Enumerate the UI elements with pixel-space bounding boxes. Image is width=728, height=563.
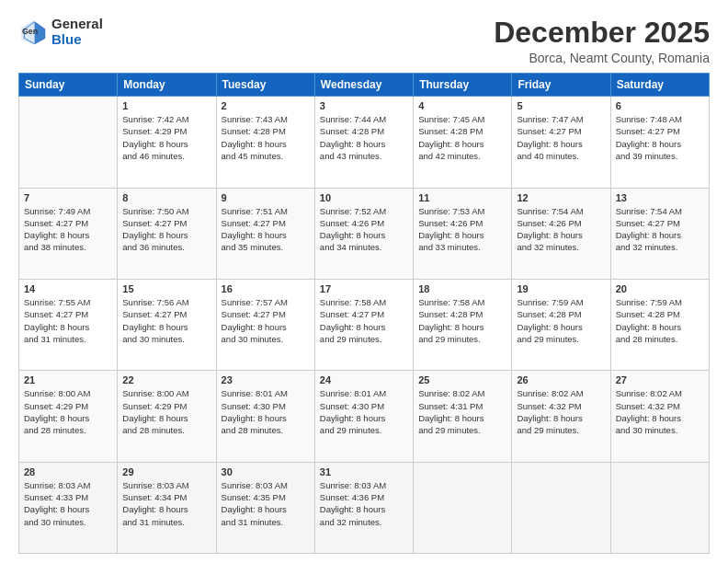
calendar-header-tuesday: Tuesday bbox=[216, 74, 314, 97]
day-info: Sunrise: 7:43 AM Sunset: 4:28 PM Dayligh… bbox=[222, 113, 310, 162]
calendar-table: SundayMondayTuesdayWednesdayThursdayFrid… bbox=[18, 73, 710, 554]
calendar-cell: 9Sunrise: 7:51 AM Sunset: 4:27 PM Daylig… bbox=[216, 188, 314, 279]
day-info: Sunrise: 8:01 AM Sunset: 4:30 PM Dayligh… bbox=[320, 387, 408, 436]
calendar-cell: 22Sunrise: 8:00 AM Sunset: 4:29 PM Dayli… bbox=[118, 371, 216, 462]
day-info: Sunrise: 7:54 AM Sunset: 4:26 PM Dayligh… bbox=[517, 205, 605, 254]
day-number: 10 bbox=[320, 192, 408, 203]
location-subtitle: Borca, Neamt County, Romania bbox=[494, 51, 710, 65]
day-info: Sunrise: 8:03 AM Sunset: 4:36 PM Dayligh… bbox=[320, 479, 408, 528]
day-info: Sunrise: 7:58 AM Sunset: 4:27 PM Dayligh… bbox=[320, 296, 408, 345]
day-number: 31 bbox=[320, 466, 408, 477]
day-number: 12 bbox=[517, 192, 605, 203]
day-number: 1 bbox=[122, 100, 210, 111]
day-info: Sunrise: 8:00 AM Sunset: 4:29 PM Dayligh… bbox=[24, 387, 112, 436]
calendar-cell: 18Sunrise: 7:58 AM Sunset: 4:28 PM Dayli… bbox=[414, 279, 512, 370]
calendar-cell: 11Sunrise: 7:53 AM Sunset: 4:26 PM Dayli… bbox=[414, 188, 512, 279]
calendar-cell: 6Sunrise: 7:48 AM Sunset: 4:27 PM Daylig… bbox=[610, 97, 709, 188]
logo-text: General Blue bbox=[51, 17, 103, 47]
calendar-cell: 14Sunrise: 7:55 AM Sunset: 4:27 PM Dayli… bbox=[19, 279, 118, 370]
title-block: December 2025 Borca, Neamt County, Roman… bbox=[494, 17, 710, 65]
day-info: Sunrise: 7:56 AM Sunset: 4:27 PM Dayligh… bbox=[122, 296, 210, 345]
calendar-cell: 24Sunrise: 8:01 AM Sunset: 4:30 PM Dayli… bbox=[314, 371, 413, 462]
logo-icon: Gen bbox=[18, 17, 48, 47]
day-number: 9 bbox=[222, 192, 310, 203]
calendar-week-row: 28Sunrise: 8:03 AM Sunset: 4:33 PM Dayli… bbox=[19, 462, 710, 553]
day-info: Sunrise: 8:02 AM Sunset: 4:32 PM Dayligh… bbox=[616, 387, 704, 436]
calendar-header-sunday: Sunday bbox=[19, 74, 118, 97]
day-info: Sunrise: 7:52 AM Sunset: 4:26 PM Dayligh… bbox=[320, 205, 408, 254]
day-info: Sunrise: 7:48 AM Sunset: 4:27 PM Dayligh… bbox=[616, 113, 704, 162]
calendar-header-monday: Monday bbox=[118, 74, 216, 97]
day-info: Sunrise: 8:02 AM Sunset: 4:31 PM Dayligh… bbox=[418, 387, 506, 436]
logo: Gen General Blue bbox=[18, 17, 103, 47]
day-info: Sunrise: 7:57 AM Sunset: 4:27 PM Dayligh… bbox=[222, 296, 310, 345]
day-info: Sunrise: 7:44 AM Sunset: 4:28 PM Dayligh… bbox=[320, 113, 408, 162]
day-info: Sunrise: 7:54 AM Sunset: 4:27 PM Dayligh… bbox=[616, 205, 704, 254]
day-info: Sunrise: 7:58 AM Sunset: 4:28 PM Dayligh… bbox=[418, 296, 506, 345]
day-number: 20 bbox=[616, 283, 704, 294]
calendar-cell: 15Sunrise: 7:56 AM Sunset: 4:27 PM Dayli… bbox=[118, 279, 216, 370]
calendar-week-row: 21Sunrise: 8:00 AM Sunset: 4:29 PM Dayli… bbox=[19, 371, 710, 462]
day-info: Sunrise: 7:50 AM Sunset: 4:27 PM Dayligh… bbox=[122, 205, 210, 254]
day-number: 28 bbox=[24, 466, 112, 477]
day-number: 24 bbox=[320, 374, 408, 385]
day-info: Sunrise: 7:51 AM Sunset: 4:27 PM Dayligh… bbox=[222, 205, 310, 254]
day-number: 6 bbox=[616, 100, 704, 111]
day-number: 25 bbox=[418, 374, 506, 385]
svg-text:Gen: Gen bbox=[22, 27, 38, 36]
day-number: 13 bbox=[616, 192, 704, 203]
day-info: Sunrise: 8:02 AM Sunset: 4:32 PM Dayligh… bbox=[517, 387, 605, 436]
day-info: Sunrise: 8:03 AM Sunset: 4:33 PM Dayligh… bbox=[24, 479, 112, 528]
calendar-cell: 1Sunrise: 7:42 AM Sunset: 4:29 PM Daylig… bbox=[118, 97, 216, 188]
calendar-cell: 2Sunrise: 7:43 AM Sunset: 4:28 PM Daylig… bbox=[216, 97, 314, 188]
day-number: 15 bbox=[122, 283, 210, 294]
day-number: 19 bbox=[517, 283, 605, 294]
calendar-cell: 20Sunrise: 7:59 AM Sunset: 4:28 PM Dayli… bbox=[610, 279, 709, 370]
calendar-cell: 4Sunrise: 7:45 AM Sunset: 4:28 PM Daylig… bbox=[414, 97, 512, 188]
day-number: 3 bbox=[320, 100, 408, 111]
day-info: Sunrise: 8:00 AM Sunset: 4:29 PM Dayligh… bbox=[122, 387, 210, 436]
day-number: 11 bbox=[418, 192, 506, 203]
day-number: 8 bbox=[122, 192, 210, 203]
day-info: Sunrise: 7:47 AM Sunset: 4:27 PM Dayligh… bbox=[517, 113, 605, 162]
calendar-cell: 13Sunrise: 7:54 AM Sunset: 4:27 PM Dayli… bbox=[610, 188, 709, 279]
calendar-cell: 19Sunrise: 7:59 AM Sunset: 4:28 PM Dayli… bbox=[512, 279, 610, 370]
day-number: 4 bbox=[418, 100, 506, 111]
day-number: 21 bbox=[24, 374, 112, 385]
calendar-cell: 29Sunrise: 8:03 AM Sunset: 4:34 PM Dayli… bbox=[118, 462, 216, 553]
calendar-cell: 27Sunrise: 8:02 AM Sunset: 4:32 PM Dayli… bbox=[610, 371, 709, 462]
page: Gen General Blue December 2025 Borca, Ne… bbox=[0, 0, 728, 563]
calendar-cell: 16Sunrise: 7:57 AM Sunset: 4:27 PM Dayli… bbox=[216, 279, 314, 370]
day-info: Sunrise: 7:55 AM Sunset: 4:27 PM Dayligh… bbox=[24, 296, 112, 345]
day-number: 17 bbox=[320, 283, 408, 294]
calendar-cell: 25Sunrise: 8:02 AM Sunset: 4:31 PM Dayli… bbox=[414, 371, 512, 462]
logo-general-text: General bbox=[51, 17, 103, 32]
day-info: Sunrise: 7:45 AM Sunset: 4:28 PM Dayligh… bbox=[418, 113, 506, 162]
day-info: Sunrise: 7:49 AM Sunset: 4:27 PM Dayligh… bbox=[24, 205, 112, 254]
day-info: Sunrise: 7:59 AM Sunset: 4:28 PM Dayligh… bbox=[517, 296, 605, 345]
day-number: 14 bbox=[24, 283, 112, 294]
day-number: 18 bbox=[418, 283, 506, 294]
calendar-week-row: 1Sunrise: 7:42 AM Sunset: 4:29 PM Daylig… bbox=[19, 97, 710, 188]
calendar-cell: 31Sunrise: 8:03 AM Sunset: 4:36 PM Dayli… bbox=[314, 462, 413, 553]
day-number: 22 bbox=[122, 374, 210, 385]
calendar-cell: 3Sunrise: 7:44 AM Sunset: 4:28 PM Daylig… bbox=[314, 97, 413, 188]
day-number: 27 bbox=[616, 374, 704, 385]
day-info: Sunrise: 8:01 AM Sunset: 4:30 PM Dayligh… bbox=[222, 387, 310, 436]
calendar-week-row: 14Sunrise: 7:55 AM Sunset: 4:27 PM Dayli… bbox=[19, 279, 710, 370]
day-info: Sunrise: 8:03 AM Sunset: 4:34 PM Dayligh… bbox=[122, 479, 210, 528]
calendar-cell: 10Sunrise: 7:52 AM Sunset: 4:26 PM Dayli… bbox=[314, 188, 413, 279]
calendar-cell: 8Sunrise: 7:50 AM Sunset: 4:27 PM Daylig… bbox=[118, 188, 216, 279]
day-info: Sunrise: 7:53 AM Sunset: 4:26 PM Dayligh… bbox=[418, 205, 506, 254]
calendar-header-thursday: Thursday bbox=[414, 74, 512, 97]
day-number: 7 bbox=[24, 192, 112, 203]
calendar-cell: 5Sunrise: 7:47 AM Sunset: 4:27 PM Daylig… bbox=[512, 97, 610, 188]
calendar-cell bbox=[610, 462, 709, 553]
day-number: 23 bbox=[222, 374, 310, 385]
day-number: 16 bbox=[222, 283, 310, 294]
calendar-header-saturday: Saturday bbox=[610, 74, 709, 97]
day-number: 26 bbox=[517, 374, 605, 385]
calendar-header-wednesday: Wednesday bbox=[314, 74, 413, 97]
day-info: Sunrise: 7:59 AM Sunset: 4:28 PM Dayligh… bbox=[616, 296, 704, 345]
calendar-week-row: 7Sunrise: 7:49 AM Sunset: 4:27 PM Daylig… bbox=[19, 188, 710, 279]
